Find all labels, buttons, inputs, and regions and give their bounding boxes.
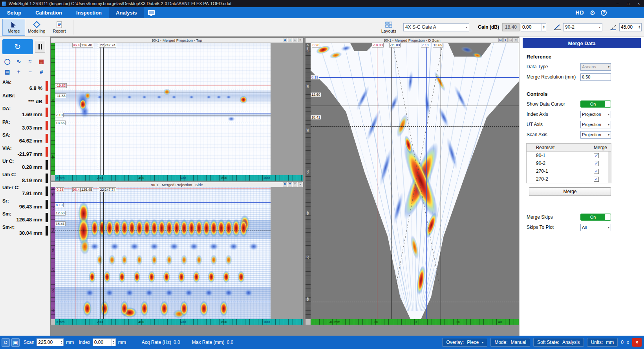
show-data-cursor-toggle[interactable]: On (580, 100, 611, 108)
cursor-hline[interactable] (311, 77, 519, 78)
view-button-t[interactable]: T (288, 38, 292, 42)
settings-gear-icon[interactable]: ⚙ (590, 9, 595, 16)
beamset-row[interactable]: 270-2✓ (527, 175, 611, 183)
skew-angle-input[interactable] (620, 24, 637, 31)
skew-spinner[interactable]: ▴▾ (637, 24, 641, 31)
view-button-t[interactable]: T (288, 182, 292, 186)
ellipse-tool-button[interactable]: ◯ (2, 56, 13, 66)
beamset-row[interactable]: 90-2✓ (527, 159, 611, 167)
gain-input[interactable] (521, 24, 542, 31)
top-view-plot[interactable]: 96.4126.4822247.74-19.83-11.837.1013.65 (55, 43, 303, 175)
view-button-□[interactable]: □ (293, 182, 297, 186)
scan-position-input[interactable] (37, 339, 59, 346)
view-button-×[interactable]: × (298, 182, 302, 186)
ut-axis-select[interactable]: Projection ▾ (580, 121, 611, 128)
maximize-button[interactable]: □ (623, 0, 633, 7)
beamset-row[interactable]: 90-1✓ (527, 152, 611, 159)
cursor-vline[interactable] (75, 187, 75, 319)
scan-spinner[interactable]: ▴▾ (59, 339, 63, 346)
cursor-vline[interactable] (75, 43, 75, 175)
index-axis-select[interactable]: Projection ▾ (580, 111, 611, 118)
cursor-mode-button[interactable]: ▣ (11, 338, 20, 347)
modeling-mode-button[interactable]: Modeling (25, 19, 48, 36)
gain-spinner[interactable]: ▴▾ (542, 24, 546, 31)
cursor-vline[interactable] (103, 187, 104, 319)
cursor-hline[interactable] (55, 123, 271, 123)
tab-calibration[interactable]: Calibration (28, 7, 69, 18)
cursor-hline[interactable] (55, 202, 271, 203)
view-button-□[interactable]: □ (293, 38, 297, 42)
beamset-row[interactable]: 270-1✓ (527, 167, 611, 175)
cursor-vline[interactable] (98, 187, 98, 319)
view-button-×[interactable]: × (514, 38, 518, 42)
merge-checkbox[interactable]: ✓ (594, 177, 599, 182)
pause-button[interactable] (35, 41, 45, 53)
numbering-tool-button[interactable]: # (36, 66, 47, 77)
view-button-b[interactable]: B (283, 182, 287, 186)
tab-analysis[interactable]: Analysis (109, 7, 144, 18)
scan-axis-select[interactable]: Projection ▾ (580, 131, 611, 139)
index-position-input[interactable] (93, 339, 111, 346)
grid-tool-button[interactable]: ▦ (36, 56, 47, 66)
add-tool-button[interactable]: + (13, 66, 24, 77)
cursor-vline[interactable] (101, 187, 101, 319)
layouts-button[interactable]: Layouts (377, 19, 400, 36)
report-page-tool-button[interactable]: ▤ (2, 66, 13, 77)
cursor-hline[interactable] (311, 126, 519, 127)
merge-checkbox[interactable]: ✓ (594, 169, 599, 174)
cursor-hline[interactable] (55, 115, 271, 115)
cursor-vline[interactable] (98, 43, 98, 175)
merge-button[interactable]: Merge (529, 187, 611, 196)
table-scrollbar[interactable] (608, 152, 611, 183)
index-spinner[interactable]: ▴▾ (111, 339, 115, 346)
waveform-tool-button[interactable]: ≈ (24, 56, 36, 66)
minimize-button[interactable]: – (612, 0, 623, 7)
help-icon[interactable]: ? (601, 10, 607, 16)
remove-tool-button[interactable]: − (24, 66, 36, 77)
view-button-b[interactable]: B (498, 38, 503, 42)
cursor-hline[interactable] (311, 106, 519, 106)
sync-views-button[interactable]: ↻ (2, 39, 33, 54)
cursor-vline[interactable] (103, 43, 104, 175)
tab-inspection[interactable]: Inspection (69, 7, 109, 18)
menu-tabs: SetupCalibrationInspectionAnalysis (0, 7, 144, 18)
cursor-vline[interactable] (441, 43, 441, 319)
cursor-hline[interactable] (55, 230, 271, 230)
report-mode-button[interactable]: Report (48, 19, 71, 36)
view-button-b[interactable]: B (283, 38, 287, 42)
cursor-hline[interactable] (55, 112, 271, 112)
view-button-□[interactable]: □ (509, 38, 513, 42)
cursor-hline[interactable] (311, 302, 519, 302)
layout-preset-select[interactable]: 4X S-C Gate A ▾ (403, 23, 469, 31)
overlay-select[interactable]: Overlay: Piece ▾ (442, 338, 487, 347)
view-button-t[interactable]: T (503, 38, 508, 42)
cursor-hline[interactable] (55, 90, 271, 90)
merge-resolution-input[interactable] (580, 73, 611, 81)
readout-value: 126.48 mm (2, 217, 43, 223)
data-type-select[interactable]: Ascans ▾ (580, 63, 611, 71)
sizing-curve-tool-button[interactable]: ∿ (13, 56, 24, 66)
cursor-hline[interactable] (55, 113, 271, 113)
display-icon[interactable] (148, 10, 155, 15)
cursor-hline[interactable] (55, 302, 271, 302)
cursor-hline[interactable] (55, 86, 271, 86)
view-button-×[interactable]: × (298, 38, 302, 42)
merge-checkbox[interactable]: ✓ (594, 161, 599, 166)
alert-icon[interactable]: × (632, 338, 642, 347)
cursor-vline[interactable] (426, 43, 427, 319)
skips-to-plot-select[interactable]: All ▾ (580, 224, 611, 231)
dscan-view-plot[interactable]: 0.28-19.83-11.837.1013.658.1912.6018.41 (311, 43, 519, 319)
cursor-vline[interactable] (101, 43, 101, 175)
cursor-hline[interactable] (55, 206, 271, 206)
tab-setup[interactable]: Setup (0, 7, 28, 18)
cursor-vline[interactable] (392, 43, 392, 319)
merge-mode-button[interactable]: Merge (2, 19, 25, 36)
reset-view-button[interactable]: ↺ (2, 338, 10, 347)
cursor-vline[interactable] (377, 43, 377, 319)
beamset-select[interactable]: 90-2 ▾ (563, 23, 602, 31)
close-button[interactable]: × (633, 0, 644, 7)
merge-checkbox[interactable]: ✓ (594, 153, 599, 158)
side-view-plot[interactable]: 0.2896.4126.4822247.748.1912.6018.41 (55, 187, 303, 319)
merge-skips-toggle[interactable]: On (580, 214, 611, 221)
cursor-hline[interactable] (55, 93, 271, 93)
